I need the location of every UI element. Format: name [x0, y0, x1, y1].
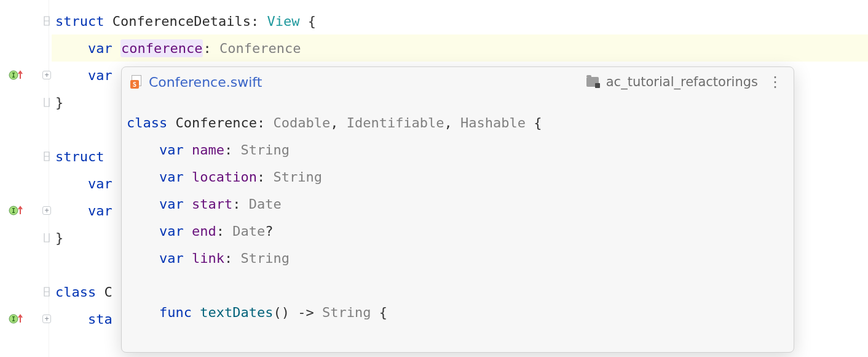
popup-code-line: var name: String	[127, 136, 789, 163]
plus-icon: +	[42, 71, 51, 79]
fold-marker-expand[interactable]: +	[42, 206, 52, 215]
popup-header: S Conference.swift ac_tutorial_refactori…	[122, 67, 794, 97]
fold-marker-end[interactable]	[42, 233, 52, 243]
fold-marker-collapse[interactable]	[42, 16, 52, 26]
keyword: var	[55, 203, 112, 219]
popup-code-line: class Conference: Codable, Identifiable,…	[127, 109, 789, 136]
fold-marker-collapse[interactable]	[42, 287, 52, 297]
brace: }	[55, 230, 63, 246]
popup-code-line: var start: Date	[127, 190, 789, 217]
keyword: class	[55, 284, 104, 300]
type-name: ConferenceDetails	[112, 14, 251, 29]
keyword: var	[55, 176, 112, 191]
protocol: View	[267, 14, 299, 29]
keyword: var	[55, 41, 120, 56]
keyword: struct	[55, 14, 104, 29]
swift-file-icon: S	[130, 75, 143, 89]
property-name-highlighted: conference	[120, 39, 203, 57]
fold-marker-expand[interactable]: +	[42, 70, 52, 80]
plus-icon: +	[42, 315, 51, 323]
popup-project-name: ac_tutorial_refactorings	[606, 74, 758, 89]
code-line-highlighted[interactable]: var conference: Conference	[52, 34, 868, 62]
fold-marker-end[interactable]	[42, 97, 52, 107]
svg-text:I: I	[12, 316, 15, 323]
popup-code-line	[127, 271, 789, 299]
type-name	[104, 14, 112, 29]
code-line[interactable]: struct ConferenceDetails: View {	[52, 7, 868, 34]
more-actions-icon[interactable]: ⋮	[765, 74, 785, 89]
folder-icon	[586, 77, 599, 87]
popup-code-preview[interactable]: class Conference: Codable, Identifiable,…	[122, 97, 794, 326]
editor-gutter: I + I + I +	[0, 0, 52, 357]
brace: }	[55, 95, 63, 110]
type-ref: Conference	[219, 41, 301, 56]
popup-code-line: var link: String	[127, 244, 789, 271]
fold-marker-expand[interactable]: +	[42, 314, 52, 324]
popup-code-line: var end: Date?	[127, 217, 789, 244]
plus-icon: +	[42, 206, 51, 215]
quick-definition-popup: S Conference.swift ac_tutorial_refactori…	[121, 66, 794, 353]
keyword: sta	[55, 311, 112, 327]
keyword: var	[55, 68, 112, 83]
vcs-change-marker[interactable]: I	[9, 69, 21, 81]
vcs-change-marker[interactable]: I	[9, 204, 21, 217]
vcs-change-marker[interactable]: I	[9, 313, 21, 325]
popup-filename-link[interactable]: Conference.swift	[149, 74, 262, 90]
popup-code-line: var location: String	[127, 163, 789, 190]
svg-text:I: I	[12, 72, 15, 79]
popup-code-line: func textDates() -> String {	[127, 299, 789, 326]
svg-text:I: I	[12, 207, 15, 214]
keyword: struct	[55, 149, 112, 164]
fold-marker-collapse[interactable]	[42, 151, 52, 161]
